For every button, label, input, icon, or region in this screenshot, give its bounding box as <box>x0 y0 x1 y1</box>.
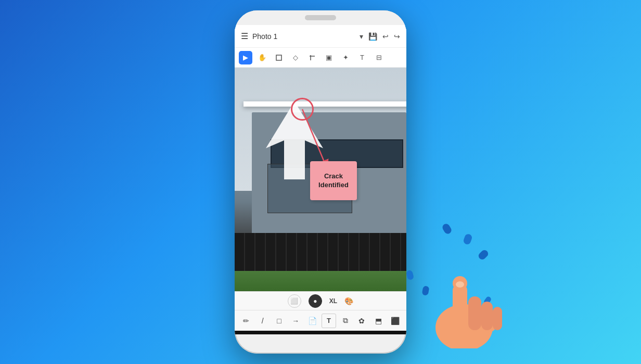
pencil-tool-button[interactable]: ✏ <box>239 314 253 328</box>
rect-tool-button[interactable]: □ <box>272 314 286 328</box>
svg-point-8 <box>453 276 467 291</box>
sparkle-4 <box>406 270 414 280</box>
image-button[interactable]: ⬛ <box>388 314 402 328</box>
system-nav-bar: ||| ○ ‹ <box>235 331 406 334</box>
phone-notch <box>235 10 406 25</box>
app-header: ☰ Photo 1 ▾ 💾 ↩ ↪ <box>235 25 406 48</box>
document-title: Photo 1 <box>252 32 355 41</box>
sparkle-5 <box>422 285 430 296</box>
grid-tool-button[interactable]: ⊟ <box>372 51 386 64</box>
fill-circle-button[interactable]: ● <box>309 294 322 308</box>
photo-background <box>235 68 406 291</box>
dropdown-icon[interactable]: ▾ <box>360 32 363 41</box>
svg-point-13 <box>456 281 464 288</box>
roof-overhang <box>243 101 407 107</box>
select-tool-button[interactable]: ▶ <box>239 51 252 64</box>
bottom-toolbar-2: ✏ / □ → 📄 T ⧉ ✿ ⬒ ⬛ <box>235 310 406 331</box>
hand-tool-button[interactable]: ✋ <box>255 51 269 64</box>
frame-tool-button[interactable] <box>272 51 286 64</box>
phone-screen: ☰ Photo 1 ▾ 💾 ↩ ↪ ▶ ✋ ◇ <box>235 25 406 334</box>
layer-button[interactable]: ⬒ <box>371 314 386 328</box>
duplicate-button[interactable]: ⧉ <box>338 314 353 328</box>
text-tool-button[interactable]: T <box>355 51 369 64</box>
svg-rect-0 <box>276 55 281 60</box>
phone-shell: ☰ Photo 1 ▾ 💾 ↩ ↪ ▶ ✋ ◇ <box>235 10 406 354</box>
house-wall <box>252 112 406 236</box>
color-picker-button[interactable]: 🎨 <box>344 297 353 305</box>
doc-tool-button[interactable]: 📄 <box>305 314 319 328</box>
sparkle-6 <box>483 296 492 306</box>
save-icon[interactable]: 💾 <box>368 32 377 41</box>
svg-rect-11 <box>481 302 493 330</box>
sliding-door <box>267 164 352 213</box>
sparkle-3 <box>477 249 490 261</box>
crop-tool-button[interactable] <box>305 51 319 64</box>
svg-rect-7 <box>453 283 467 330</box>
svg-point-9 <box>475 314 500 336</box>
sticker-button[interactable]: ✿ <box>354 314 369 328</box>
line-tool-button[interactable]: / <box>255 314 270 328</box>
transform-tool-button[interactable]: ✦ <box>339 51 352 64</box>
text-insert-button[interactable]: T <box>322 314 336 328</box>
sparkle-1 <box>441 223 453 235</box>
deck <box>235 233 406 273</box>
hand-container <box>396 208 527 348</box>
size-xl-label[interactable]: XL <box>329 297 337 305</box>
lawn <box>235 271 406 291</box>
arrow-tool-button[interactable]: → <box>288 314 303 328</box>
header-actions: ▾ 💾 ↩ ↪ <box>360 32 400 41</box>
sparkle-2 <box>463 233 473 245</box>
redo-icon[interactable]: ↪ <box>394 32 400 41</box>
svg-rect-12 <box>493 307 502 330</box>
undo-icon[interactable]: ↩ <box>382 32 389 41</box>
svg-rect-10 <box>468 296 481 330</box>
photo-canvas[interactable]: CrackIdentified <box>235 68 406 291</box>
menu-icon[interactable]: ☰ <box>241 31 248 41</box>
drawing-toolbar: ▶ ✋ ◇ ▣ ✦ T ⊟ <box>235 48 406 68</box>
border-style-button[interactable]: ⬜ <box>288 294 301 308</box>
bottom-toolbar-1: ⬜ ● XL 🎨 <box>235 291 406 310</box>
svg-point-6 <box>435 304 493 348</box>
hand-svg <box>412 234 516 348</box>
eraser-tool-button[interactable]: ◇ <box>289 51 302 64</box>
select2-tool-button[interactable]: ▣ <box>322 51 336 64</box>
notch-pill <box>305 15 336 20</box>
